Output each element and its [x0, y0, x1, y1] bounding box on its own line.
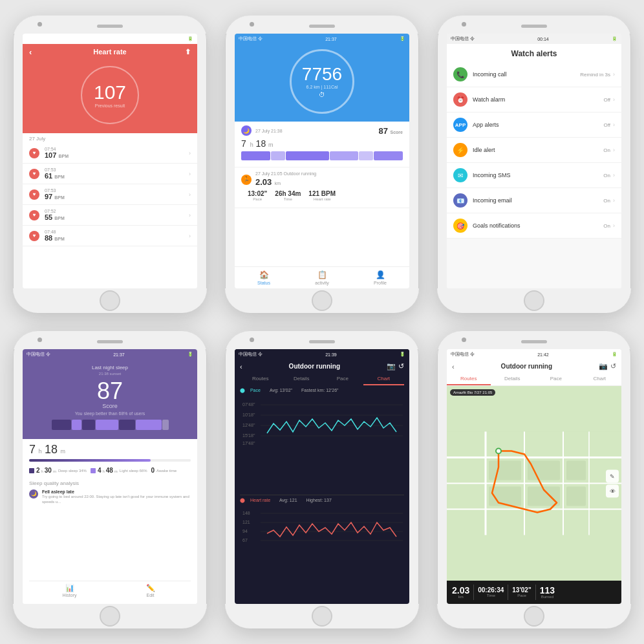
map-tag: Amazfit Bio 7/27 21:05 — [450, 389, 495, 396]
hr-header: ‹ Heart rate ⬆ — [23, 44, 197, 59]
nav-activity-icon: 📋 — [317, 270, 327, 279]
hr-item-val-3: 97 BPM — [45, 193, 189, 200]
hr-list: ♥ 07:54 107 BPM › ♥ 07:53 61 BPM › — [23, 143, 197, 288]
home-button-2[interactable] — [312, 290, 332, 311]
alarm-label: Watch alarm — [473, 96, 603, 103]
sleep-bars — [241, 151, 403, 160]
hr-item-4[interactable]: ♥ 07:52 55 BPM › — [23, 205, 197, 226]
sms-arrow: › — [613, 172, 615, 178]
home-button-1[interactable] — [100, 290, 120, 311]
tab-routes-5[interactable]: Routes — [240, 373, 281, 385]
map-stat-pace: 13'02" Pace — [512, 587, 531, 597]
hr-item-5[interactable]: ♥ 07:48 88 BPM › — [23, 226, 197, 246]
alert-sms[interactable]: ✉ Incoming SMS On › — [447, 163, 621, 188]
map-ctrl-2[interactable]: 👁 — [606, 484, 619, 497]
tab-pace-6[interactable]: Pace — [534, 373, 578, 385]
quality-icon-1: 🌙 — [29, 489, 38, 499]
tab-chart-5[interactable]: Chart — [363, 373, 405, 385]
bottom-bar-4 — [13, 604, 207, 628]
svg-rect-26 — [528, 461, 560, 480]
hr-item-arrow-2: › — [189, 171, 191, 177]
idle-arrow: › — [613, 147, 615, 153]
camera-6 — [462, 338, 466, 342]
quality-item-1: 🌙 Fell asleep late Try going to bed arou… — [29, 489, 191, 505]
quality-title: Sleep quality analysis — [29, 480, 191, 486]
hr-item-1[interactable]: ♥ 07:54 107 BPM › — [23, 143, 197, 164]
deep-sleep-color — [29, 468, 34, 473]
alert-app[interactable]: APP App alerts Off › — [447, 113, 621, 138]
run-pace: 13:02" Pace — [248, 190, 267, 201]
nav-edit[interactable]: ✏️ Edit — [110, 581, 191, 600]
tab-details-6[interactable]: Details — [491, 373, 535, 385]
alert-watch-alarm[interactable]: ⏰ Watch alarm Off › — [447, 87, 621, 113]
phone-running-chart: 中国电信 令 21:39 🔋 ‹ Outdoor running 📷 ↺ Rou… — [225, 331, 419, 628]
nav-history[interactable]: 📊 History — [29, 581, 110, 600]
tab-chart-6[interactable]: Chart — [578, 373, 622, 385]
hr-item-2[interactable]: ♥ 07:53 61 BPM › — [23, 164, 197, 184]
hr-item-time-5: 07:48 — [45, 230, 189, 234]
tab-pace-5[interactable]: Pace — [322, 373, 363, 385]
svg-point-32 — [497, 449, 500, 453]
phone2-screen: 中国电信 令 21:37 🔋 7756 6.2 km | 111Cal ⏱ 🌙 — [235, 34, 409, 288]
home-button-4[interactable] — [100, 606, 120, 627]
phone-sleep: 中国电信 令 21:37 🔋 Last night sleep 21:38 su… — [13, 331, 207, 628]
time-6: 21:42 — [537, 352, 549, 357]
camera-3 — [462, 22, 466, 27]
nav-status[interactable]: 🏠 Status — [235, 267, 293, 288]
back-arrow-1[interactable]: ‹ — [29, 47, 32, 57]
tab-routes-6[interactable]: Routes — [447, 373, 491, 385]
sleep-mins: 18 — [45, 443, 58, 456]
speaker-1 — [97, 25, 123, 28]
share-icon-6[interactable]: ↺ — [610, 362, 616, 370]
light-sleep-color — [91, 468, 96, 473]
camera-icon-6[interactable]: 📷 — [599, 362, 608, 370]
hr-item-time-2: 07:53 — [45, 167, 189, 172]
run-title-5: Outdoor running — [242, 363, 387, 370]
act-run-section: 🏃 27 July 21:05 Outdoor running 2.03 km — [235, 167, 409, 208]
hr-chart-svg: 148 121 94 67 — [259, 504, 404, 550]
nav-profile-icon: 👤 — [376, 270, 385, 279]
camera-1 — [38, 22, 42, 27]
speaker-6 — [521, 340, 547, 343]
idle-label: Idle alert — [473, 147, 603, 153]
alert-incoming-call[interactable]: 📞 Incoming call Remind in 3s › — [447, 62, 621, 87]
home-button-3[interactable] — [524, 290, 544, 311]
alert-email[interactable]: 📧 Incoming email On › — [447, 188, 621, 213]
icons-4: 🔋 — [188, 352, 193, 357]
email-value: On — [603, 198, 610, 204]
svg-rect-29 — [566, 461, 586, 480]
share-icon-1[interactable]: ⬆ — [185, 48, 191, 56]
steps-icon: ⏱ — [319, 91, 325, 98]
camera-icon-5[interactable]: 📷 — [387, 362, 396, 370]
time-4: 21:37 — [113, 352, 125, 357]
hr-chart-wrap: 148 121 94 67 — [240, 504, 404, 602]
act-bottom: 🌙 27 July 21:38 87 Score 7 h 18 m — [235, 122, 409, 288]
alert-goals[interactable]: 🎯 Goals notifications On › — [447, 213, 621, 239]
hr-value: 107 — [94, 83, 126, 102]
hr-item-info-4: 07:52 55 BPM — [45, 209, 189, 221]
phone1-screen: 中国电信 令 21:42 🔋 ‹ Heart rate ⬆ 107 Previo… — [23, 34, 197, 288]
run-time: 26h 34m Time — [275, 190, 301, 201]
icons-6: 🔋 — [612, 352, 617, 357]
nav-profile[interactable]: 👤 Profile — [351, 267, 409, 288]
alert-idle[interactable]: ⚡ Idle alert On › — [447, 138, 621, 163]
map-ctrl-1[interactable]: ✎ — [606, 469, 619, 482]
status-bar-5: 中国电信 令 21:39 🔋 — [235, 349, 409, 360]
svg-text:12'48": 12'48" — [242, 423, 255, 427]
hr-item-arrow-1: › — [189, 150, 191, 156]
hr-item-time-1: 07:54 — [45, 147, 189, 151]
hr-sub: Previous result — [95, 103, 125, 108]
map-stat-dist: 2.03 km — [452, 586, 469, 599]
hr-item-3[interactable]: ♥ 07:53 97 BPM › — [23, 184, 197, 205]
bottom-bar-6 — [437, 604, 631, 628]
nav-activity[interactable]: 📋 activity — [293, 267, 351, 288]
home-button-6[interactable] — [524, 606, 544, 627]
tab-details-5[interactable]: Details — [281, 373, 323, 385]
map-controls: ✎ 👁 — [606, 469, 619, 497]
run-dist-display: 2.03 km — [255, 176, 403, 188]
phone5-screen: 中国电信 令 21:39 🔋 ‹ Outdoor running 📷 ↺ Rou… — [235, 349, 409, 604]
sleep-desc: You sleep better than 68% of users — [75, 411, 145, 416]
share-icon-5[interactable]: ↺ — [398, 362, 404, 370]
home-button-5[interactable] — [312, 606, 332, 627]
sleep-time-display: 7 h 18 m — [241, 138, 403, 149]
